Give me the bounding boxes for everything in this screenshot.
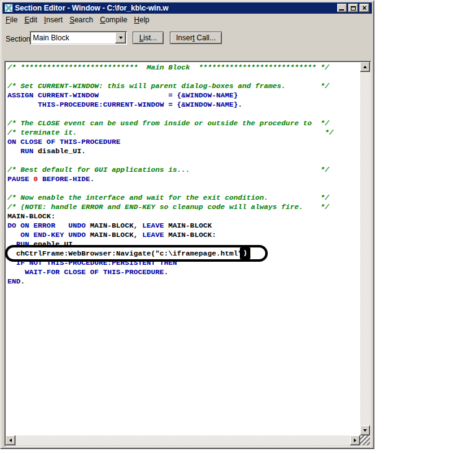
minimize-button[interactable] [337,4,347,12]
menu-insert[interactable]: Insert [41,14,66,25]
window-title: Section Editor - Window - C:\for_kb\c-wi… [15,4,169,12]
insert-call-button[interactable]: Insert Call... [170,32,222,44]
close-icon: × [362,4,366,12]
titlebar-buttons: × [337,4,369,12]
code-line [7,110,360,119]
code-line: /* Set CURRENT-WINDOW: this will parent … [7,82,360,91]
menu-search[interactable]: Search [66,14,96,25]
code-line: ASSIGN CURRENT-WINDOW = {&WINDOW-NAME} [7,91,360,100]
scroll-left-button[interactable] [6,435,15,445]
code-line: IF NOT THIS-PROCEDURE:PERSISTENT THEN [7,259,360,268]
code-line: /* Now enable the interface and wait for… [7,194,360,203]
code-line: /* terminate it. */ [7,128,360,138]
menu-compile[interactable]: Compile [97,14,130,25]
code-line: RUN enable_UI. [7,240,360,249]
section-combobox-value: Main Block [33,33,69,42]
arrow-left-icon [9,438,12,442]
vertical-scrollbar[interactable] [360,62,370,435]
code-line [7,73,360,82]
section-editor-window: Section Editor - Window - C:\for_kb\c-wi… [0,0,374,449]
code-line [7,156,360,166]
chevron-down-icon [119,37,123,39]
code-line: /* *************************** Main Bloc… [7,63,360,73]
section-combobox[interactable]: Main Block [30,31,127,45]
arrow-right-icon [354,438,356,442]
code-line: END. [7,277,360,287]
code-line: THIS-PROCEDURE:CURRENT-WINDOW = {&WINDOW… [7,100,360,110]
code-line: ON END-KEY UNDO MAIN-BLOCK, LEAVE MAIN-B… [7,231,360,240]
code-line: ON CLOSE OF THIS-PROCEDURE [7,138,360,147]
code-line: /* Best default for GUI applications is.… [7,166,360,175]
menu-help[interactable]: Help [131,14,152,25]
app-icon [4,4,13,12]
code-line: MAIN-BLOCK: [7,212,360,221]
code-editor: /* *************************** Main Bloc… [4,61,371,447]
code-line: PAUSE 0 BEFORE-HIDE. [7,175,360,184]
horizontal-scrollbar[interactable] [6,435,360,445]
arrow-up-icon [363,66,367,68]
titlebar[interactable]: Section Editor - Window - C:\for_kb\c-wi… [2,2,372,14]
arrow-down-icon [363,429,367,432]
code-line: /* (NOTE: handle ERROR and END-KEY so cl… [7,203,360,212]
close-button[interactable]: × [359,4,369,12]
maximize-button[interactable] [348,4,358,12]
resize-grip[interactable] [360,435,370,445]
scroll-right-button[interactable] [350,435,360,445]
list-button[interactable]: List... [133,32,164,44]
combobox-dropdown-button[interactable] [115,32,126,43]
code-line: RUN disable_UI. [7,147,360,156]
code-line [7,184,360,194]
minimize-icon [339,9,344,11]
menubar: FileEditInsertSearchCompileHelp [2,14,372,26]
scroll-down-button[interactable] [360,425,370,435]
code-area[interactable]: /* *************************** Main Bloc… [6,62,360,435]
menu-edit[interactable]: Edit [21,14,40,25]
menu-file[interactable]: File [2,14,20,25]
scroll-up-button[interactable] [360,62,370,72]
code-line: WAIT-FOR CLOSE OF THIS-PROCEDURE. [7,268,360,277]
maximize-icon [351,6,356,11]
code-line: DO ON ERROR UNDO MAIN-BLOCK, LEAVE MAIN-… [7,221,360,231]
code-line: chCtrlFrame:WebBrowser:Navigate("c:\ifra… [7,249,360,259]
section-label: Section: [6,35,32,43]
code-line: /* The CLOSE event can be used from insi… [7,119,360,128]
